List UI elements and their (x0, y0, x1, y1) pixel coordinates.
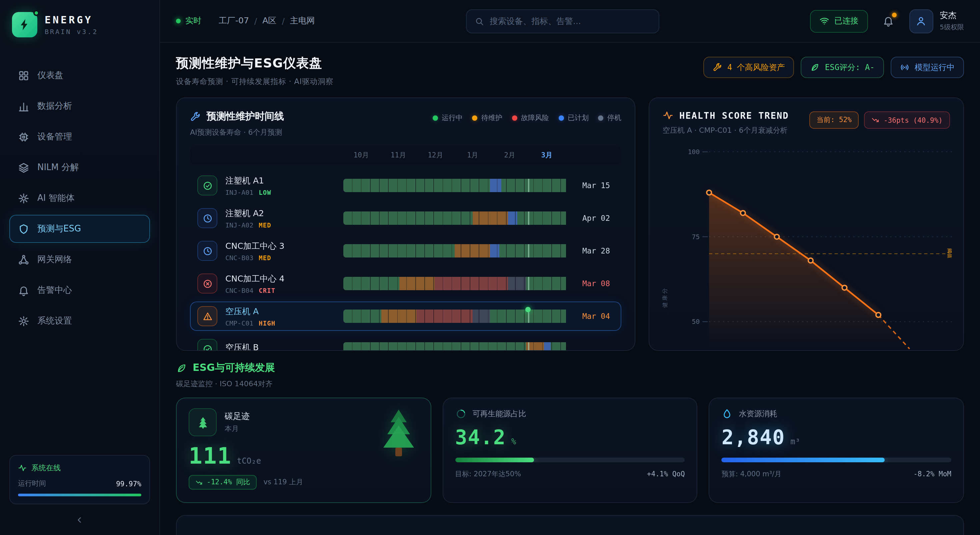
timeline-title: 预测性维护时间线 (207, 110, 284, 123)
uptime-label: 运行时间 (18, 479, 46, 488)
search-box[interactable] (466, 9, 659, 33)
wrench-icon (713, 63, 722, 72)
content: 预测性维护与ESG仪表盘 设备寿命预测 · 可持续发展指标 · AI驱动洞察 4… (160, 43, 980, 535)
live-indicator: 实时 (176, 15, 201, 27)
logo-tile (12, 12, 37, 37)
sidebar-item-dashboard[interactable]: 仪表盘 (10, 61, 150, 89)
app-title: ENERGY (45, 14, 98, 26)
legend-item: 故障风险 (512, 113, 549, 123)
sidebar-item-ai-agent[interactable]: AI 智能体 (10, 184, 150, 212)
month-label: 2月 (491, 146, 528, 165)
pixel-tree-decoration (381, 407, 416, 461)
water-label: 水资源消耗 (739, 409, 777, 419)
timeline-row[interactable]: 注塑机 A1INJ-A01LOWMar 15 (190, 171, 621, 200)
svg-text:健康分: 健康分 (661, 287, 668, 308)
renewable-label: 可再生能源占比 (473, 409, 526, 419)
leaf-badge[interactable]: ESG评分: A- (801, 57, 884, 78)
broadcast-badge[interactable]: 模型运行中 (891, 57, 964, 78)
timeline-row[interactable]: 空压机 B (190, 334, 621, 351)
tree-icon (189, 408, 217, 436)
app-root: ENERGY BRAIN v3.2 仪表盘数据分析设备管理NILM 分解AI 智… (0, 0, 980, 535)
sidebar-item-settings[interactable]: 系统设置 (10, 307, 150, 335)
user-menu[interactable]: 安杰 5级权限 (909, 9, 964, 33)
today-line (528, 342, 529, 351)
wrench-badge[interactable]: 4 个高风险资产 (703, 57, 794, 78)
week-ticks (343, 277, 566, 290)
sidebar-item-analytics[interactable]: 数据分析 (10, 92, 150, 120)
breadcrumb-item[interactable]: 主电网 (290, 15, 315, 27)
user-name: 安杰 (940, 10, 964, 21)
check-icon (197, 176, 217, 195)
predicted-date: Mar 15 (566, 181, 615, 190)
sidebar-item-label: AI 智能体 (37, 192, 75, 204)
breadcrumb: 工厂-07/A区/主电网 (219, 15, 315, 27)
search-input[interactable] (490, 16, 650, 26)
wrench-icon (190, 111, 200, 122)
asset-name: 空压机 A (225, 306, 343, 317)
live-label: 实时 (185, 15, 201, 27)
timeline-row[interactable]: 空压机 ACMP-C01HIGHMar 04 (190, 302, 621, 331)
user-icon (915, 15, 927, 27)
live-dot (176, 19, 181, 23)
legend-item: 待维护 (472, 113, 502, 123)
sidebar-item-label: 预测与ESG (37, 223, 81, 235)
svg-text:阈值: 阈值 (947, 249, 953, 259)
ai-icon (18, 192, 29, 204)
sidebar-item-alerts[interactable]: 告警中心 (10, 276, 150, 304)
shield-icon (18, 223, 29, 235)
x-icon (197, 273, 217, 294)
pulse-icon (18, 464, 27, 472)
sidebar-collapse-button[interactable] (10, 509, 150, 530)
sidebar-item-devices[interactable]: 设备管理 (10, 123, 150, 151)
warning-icon (197, 306, 217, 326)
predicted-date: Apr 02 (566, 214, 615, 223)
timeline-row[interactable]: CNC加工中心 3CNC-B03MEDMar 28 (190, 236, 621, 265)
timeline-bar (343, 211, 566, 225)
timeline-subtitle: AI预测设备寿命 · 6个月预测 (190, 128, 284, 137)
app-version: BRAIN v3.2 (45, 28, 98, 35)
svg-text:75: 75 (692, 233, 700, 241)
asset-name: 注塑机 A2 (225, 208, 343, 219)
today-line (528, 179, 529, 192)
legend-dot (512, 115, 517, 121)
badge-label: ESG评分: A- (825, 62, 875, 73)
carbon-label: 碳足迹 (225, 411, 250, 422)
sidebar-item-label: NILM 分解 (37, 161, 79, 173)
dashboard-icon (18, 70, 29, 81)
asset-code: INJ-A01 (225, 188, 253, 196)
carbon-footprint-card[interactable]: 碳足迹 本月 111 tCO₂e -12.4% 同比 vs 119 上月 (176, 398, 431, 503)
renewable-qoq: +4.1% QoQ (647, 470, 685, 479)
timeline-rows: 注塑机 A1INJ-A01LOWMar 15注塑机 A2INJ-A02MEDAp… (190, 171, 621, 351)
month-label: 11月 (380, 146, 417, 165)
water-consumption-card[interactable]: 水资源消耗 2,840 m³ 预算: 4,000 m³/月 -8.2% MoM (709, 398, 964, 503)
asset-code: CNC-B04 (225, 286, 253, 294)
timeline-bar (343, 277, 566, 290)
asset-info: 注塑机 A2INJ-A02MED (225, 208, 343, 228)
water-progress-track (722, 458, 951, 462)
topbar-right: 已连接 安杰 5级权限 (810, 9, 964, 33)
water-mom: -8.2% MoM (913, 470, 951, 479)
check-icon (197, 339, 217, 351)
header-badges: 4 个高风险资产ESG评分: A-模型运行中 (703, 57, 964, 78)
timeline-row[interactable]: 注塑机 A2INJ-A02MEDApr 02 (190, 203, 621, 233)
renewable-energy-card[interactable]: 可再生能源占比 34.2 % 目标: 2027年达50% +4.1% QoQ (442, 398, 697, 503)
connection-status-button[interactable]: 已连接 (810, 10, 868, 32)
month-label: 12月 (417, 146, 454, 165)
months-strip: 10月11月12月1月2月3月 (190, 146, 621, 165)
breadcrumb-item[interactable]: A区 (262, 15, 276, 27)
legend-dot (472, 115, 477, 121)
sidebar-item-predict-esg[interactable]: 预测与ESG (10, 215, 150, 243)
week-ticks (343, 179, 566, 192)
sidebar-item-gateway[interactable]: 网关网络 (10, 246, 150, 273)
notifications-button[interactable] (877, 10, 900, 32)
wifi-icon (819, 16, 829, 26)
breadcrumb-item[interactable]: 工厂-07 (219, 15, 249, 27)
sidebar: ENERGY BRAIN v3.2 仪表盘数据分析设备管理NILM 分解AI 智… (0, 0, 160, 535)
renewable-value: 34.2 (455, 426, 506, 449)
sidebar-item-nilm[interactable]: NILM 分解 (10, 153, 150, 182)
asset-info: 空压机 B (225, 342, 343, 351)
svg-text:50: 50 (692, 318, 700, 326)
timeline-row[interactable]: CNC加工中心 4CNC-B04CRITMar 08 (190, 269, 621, 298)
asset-info: 空压机 ACMP-C01HIGH (225, 306, 343, 327)
legend-dot (558, 115, 564, 121)
